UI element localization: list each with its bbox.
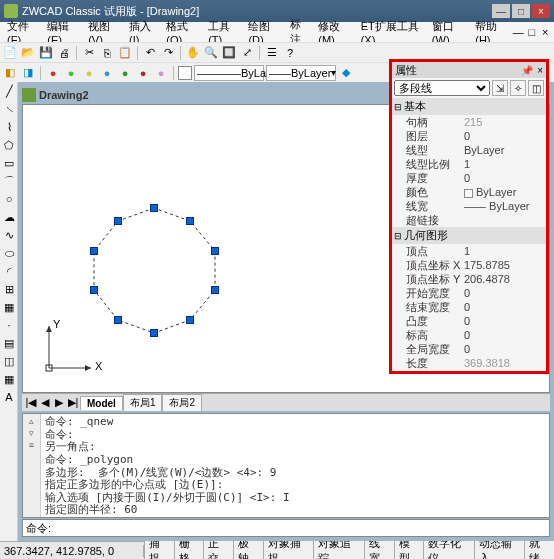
- prop-row[interactable]: 顶点1: [392, 244, 546, 258]
- prop-row[interactable]: 图层0: [392, 129, 546, 143]
- redo-icon[interactable]: ↷: [160, 45, 176, 61]
- grip[interactable]: [211, 247, 219, 255]
- prop-value[interactable]: 0: [462, 301, 546, 313]
- history-icon[interactable]: ≡: [29, 440, 34, 450]
- pan-icon[interactable]: ✋: [185, 45, 201, 61]
- new-icon[interactable]: 📄: [2, 45, 18, 61]
- close-button[interactable]: ×: [532, 4, 550, 18]
- prop-row[interactable]: 顶点坐标 X175.8785: [392, 258, 546, 272]
- t1-icon[interactable]: ●: [45, 65, 61, 81]
- t6-icon[interactable]: ●: [135, 65, 151, 81]
- quickselect-icon[interactable]: ⇲: [492, 80, 508, 96]
- mdi-close-button[interactable]: ×: [539, 26, 552, 38]
- pickadd-icon[interactable]: ✧: [510, 80, 526, 96]
- cut-icon[interactable]: ✂: [81, 45, 97, 61]
- maximize-button[interactable]: □: [512, 4, 530, 18]
- tab-nav[interactable]: ▶: [52, 396, 66, 409]
- zoom-icon[interactable]: 🔍: [203, 45, 219, 61]
- layout-tab[interactable]: 布局1: [123, 394, 163, 411]
- grip[interactable]: [90, 286, 98, 294]
- prop-row[interactable]: 标高0: [392, 328, 546, 342]
- grip[interactable]: [150, 204, 158, 212]
- ellipse-icon[interactable]: ⬭: [1, 245, 17, 261]
- zoom-window-icon[interactable]: 🔲: [221, 45, 237, 61]
- linetype-combo[interactable]: ———— ByLayer ▾: [194, 65, 264, 81]
- insert-icon[interactable]: ⊞: [1, 281, 17, 297]
- save-icon[interactable]: 💾: [38, 45, 54, 61]
- prop-value[interactable]: 0: [462, 287, 546, 299]
- t5-icon[interactable]: ●: [117, 65, 133, 81]
- grip[interactable]: [186, 316, 194, 324]
- history-up-icon[interactable]: ▵: [29, 416, 34, 426]
- tab-nav[interactable]: |◀: [24, 396, 38, 409]
- color-swatch[interactable]: [178, 66, 192, 80]
- prop-row[interactable]: 开始宽度0: [392, 286, 546, 300]
- prop-row[interactable]: 句柄215: [392, 115, 546, 129]
- open-icon[interactable]: 📂: [20, 45, 36, 61]
- zoom-extents-icon[interactable]: ⤢: [239, 45, 255, 61]
- mdi-min-button[interactable]: —: [512, 26, 525, 38]
- undo-icon[interactable]: ↶: [142, 45, 158, 61]
- t2-icon[interactable]: ●: [63, 65, 79, 81]
- extra-icon[interactable]: ◆: [338, 65, 354, 81]
- prop-value[interactable]: 0: [462, 343, 546, 355]
- prop-value[interactable]: 175.8785: [462, 259, 546, 271]
- layout-tab[interactable]: Model: [80, 396, 123, 410]
- prop-row[interactable]: 颜色ByLayer: [392, 185, 546, 199]
- copy-icon[interactable]: ⎘: [99, 45, 115, 61]
- prop-value[interactable]: 1: [462, 158, 546, 170]
- print-icon[interactable]: 🖨: [56, 45, 72, 61]
- pin-icon[interactable]: 📌: [521, 65, 533, 76]
- select-icon[interactable]: ◫: [528, 80, 544, 96]
- grip[interactable]: [114, 316, 122, 324]
- hatch-icon[interactable]: ▤: [1, 335, 17, 351]
- properties-icon[interactable]: ☰: [264, 45, 280, 61]
- command-input[interactable]: 命令:: [22, 519, 550, 537]
- grip[interactable]: [211, 286, 219, 294]
- polygon-icon[interactable]: ⬠: [1, 137, 17, 153]
- prop-row[interactable]: 线宽—— ByLayer: [392, 199, 546, 213]
- ellipse-arc-icon[interactable]: ◜: [1, 263, 17, 279]
- xline-icon[interactable]: ⟍: [1, 101, 17, 117]
- spline-icon[interactable]: ∿: [1, 227, 17, 243]
- prop-value[interactable]: ByLayer: [462, 144, 546, 156]
- prop-value[interactable]: 215: [462, 116, 546, 128]
- prop-category[interactable]: ⊟几何图形: [392, 227, 546, 244]
- circle-icon[interactable]: ○: [1, 191, 17, 207]
- grip[interactable]: [114, 217, 122, 225]
- prop-row[interactable]: 厚度0: [392, 171, 546, 185]
- rect-icon[interactable]: ▭: [1, 155, 17, 171]
- prop-row[interactable]: 线型比例1: [392, 157, 546, 171]
- tab-nav[interactable]: ◀: [38, 396, 52, 409]
- arc-icon[interactable]: ⌒: [1, 173, 17, 189]
- prop-row[interactable]: 线型ByLayer: [392, 143, 546, 157]
- object-type-select[interactable]: 多段线: [394, 80, 490, 96]
- prop-value[interactable]: 0: [462, 172, 546, 184]
- tab-nav[interactable]: ▶|: [66, 396, 80, 409]
- prop-value[interactable]: 0: [462, 315, 546, 327]
- prop-value[interactable]: 1: [462, 245, 546, 257]
- layer-icon[interactable]: ◨: [20, 65, 36, 81]
- point-icon[interactable]: ·: [1, 317, 17, 333]
- prop-row[interactable]: 全局宽度0: [392, 342, 546, 356]
- lineweight-combo[interactable]: —— ByLayer ▾: [266, 65, 336, 81]
- prop-value[interactable]: —— ByLayer: [462, 200, 546, 212]
- history-down-icon[interactable]: ▿: [29, 428, 34, 438]
- prop-category[interactable]: ⊟基本: [392, 98, 546, 115]
- properties-grid[interactable]: ⊟基本句柄215图层0线型ByLayer线型比例1厚度0颜色ByLayer线宽—…: [392, 98, 546, 371]
- table-icon[interactable]: ▦: [1, 371, 17, 387]
- prop-row[interactable]: 面积10413.1593: [392, 370, 546, 371]
- t7-icon[interactable]: ●: [153, 65, 169, 81]
- prop-row[interactable]: 结束宽度0: [392, 300, 546, 314]
- block-icon[interactable]: ▦: [1, 299, 17, 315]
- region-icon[interactable]: ◫: [1, 353, 17, 369]
- paste-icon[interactable]: 📋: [117, 45, 133, 61]
- grip[interactable]: [90, 247, 98, 255]
- prop-value[interactable]: 206.4878: [462, 273, 546, 285]
- help-icon[interactable]: ?: [282, 45, 298, 61]
- prop-row[interactable]: 超链接: [392, 213, 546, 227]
- prop-row[interactable]: 长度369.3818: [392, 356, 546, 370]
- grip[interactable]: [150, 329, 158, 337]
- prop-value[interactable]: ByLayer: [462, 186, 546, 198]
- layout-tab[interactable]: 布局2: [162, 394, 202, 411]
